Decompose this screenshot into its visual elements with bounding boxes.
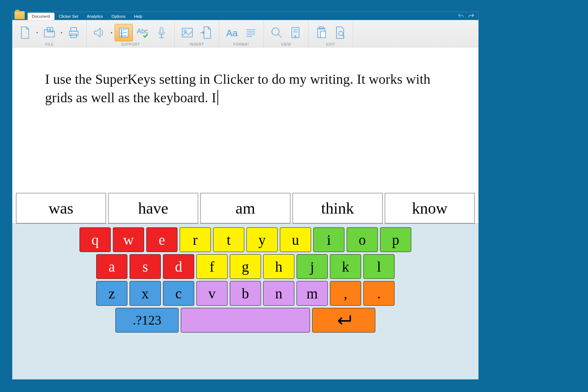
key-q[interactable]: q xyxy=(79,227,111,252)
text-cursor xyxy=(217,90,218,105)
svg-point-22 xyxy=(272,28,279,35)
svg-point-16 xyxy=(184,30,186,32)
ribbon-group-label: EDIT xyxy=(326,42,335,46)
superkeys-button[interactable]: 123 xyxy=(115,24,133,41)
ribbon: ▾ ▾ FILE ▾ 123 Abc xyxy=(12,20,478,48)
key-j[interactable]: j xyxy=(297,254,328,279)
find-button[interactable] xyxy=(331,24,349,41)
document-text: I use the SuperKeys setting in Clicker t… xyxy=(45,70,446,107)
key-a[interactable]: a xyxy=(96,254,127,279)
ribbon-group-support: ▾ 123 Abc SUPPORT xyxy=(87,20,175,47)
key-f[interactable]: f xyxy=(196,254,228,279)
keyboard-row-3: zxcvbnm,. xyxy=(12,281,478,306)
prediction-word[interactable]: have xyxy=(108,193,198,223)
speak-dropdown[interactable]: ▾ xyxy=(109,31,114,34)
key-y[interactable]: y xyxy=(246,227,278,252)
ribbon-group-file: ▾ ▾ FILE xyxy=(12,20,87,47)
key-e[interactable]: e xyxy=(146,227,177,252)
prediction-word[interactable]: was xyxy=(16,193,106,223)
spellcheck-button[interactable]: Abc xyxy=(134,24,152,41)
key-p[interactable]: p xyxy=(380,227,411,252)
svg-rect-27 xyxy=(320,31,326,38)
symbols-key[interactable]: .?123 xyxy=(115,308,179,333)
ribbon-group-label: FILE xyxy=(45,42,53,46)
tab-options[interactable]: Options xyxy=(107,13,130,20)
svg-rect-12 xyxy=(160,28,163,33)
key-l[interactable]: l xyxy=(363,254,395,279)
onscreen-keyboard: qwertyuiop asdfghjkl zxcvbnm,. .?123 xyxy=(12,223,478,379)
redo-button[interactable] xyxy=(467,13,475,21)
paragraph-button[interactable] xyxy=(242,24,260,41)
zoom-button[interactable] xyxy=(268,24,286,41)
ribbon-group-insert: INSERT xyxy=(175,20,219,47)
space-key[interactable] xyxy=(181,308,310,333)
tab-document[interactable]: Document xyxy=(28,13,54,20)
tab-clicker-set[interactable]: Clicker Set xyxy=(54,13,82,20)
keyboard-row-1: qwertyuiop xyxy=(12,227,478,252)
print-button[interactable] xyxy=(65,24,83,41)
undo-button[interactable] xyxy=(457,13,465,21)
key-x[interactable]: x xyxy=(130,281,161,306)
enter-key[interactable] xyxy=(312,308,375,333)
key-.[interactable]: . xyxy=(363,281,395,306)
key-w[interactable]: w xyxy=(113,227,144,252)
key-c[interactable]: c xyxy=(163,281,194,306)
prediction-word[interactable]: know xyxy=(385,193,475,223)
key-z[interactable]: z xyxy=(96,281,127,306)
key-s[interactable]: s xyxy=(130,254,161,279)
tab-strip: Document Clicker Set Analytics Options H… xyxy=(28,12,147,20)
ribbon-group-edit: EDIT xyxy=(309,20,353,47)
svg-text:1: 1 xyxy=(121,29,122,32)
keyboard-row-4: .?123 xyxy=(12,308,478,333)
svg-line-23 xyxy=(278,34,282,38)
ribbon-group-label: VIEW xyxy=(281,42,291,46)
font-button[interactable]: Aa xyxy=(223,24,241,41)
titlebar: Document Clicker Set Analytics Options H… xyxy=(12,12,478,20)
history-buttons xyxy=(457,13,475,21)
insert-picture-button[interactable] xyxy=(178,24,196,41)
key-g[interactable]: g xyxy=(230,254,261,279)
svg-text:Aa: Aa xyxy=(226,28,238,38)
tab-analytics[interactable]: Analytics xyxy=(82,13,107,20)
voice-input-button[interactable] xyxy=(152,24,171,41)
key-r[interactable]: r xyxy=(180,227,211,252)
open-save-button[interactable] xyxy=(40,24,58,41)
ribbon-group-format: Aa FORMAT xyxy=(219,20,264,47)
layout-button[interactable] xyxy=(286,24,305,41)
key-h[interactable]: h xyxy=(263,254,294,279)
key-m[interactable]: m xyxy=(297,281,328,306)
paste-button[interactable] xyxy=(312,24,330,41)
ribbon-group-label: FORMAT xyxy=(233,42,249,46)
key-o[interactable]: o xyxy=(347,227,378,252)
new-document-button[interactable] xyxy=(16,24,34,41)
svg-text:3: 3 xyxy=(121,35,122,37)
svg-text:2: 2 xyxy=(121,32,122,34)
svg-rect-2 xyxy=(71,28,77,31)
ribbon-group-label: SUPPORT xyxy=(121,42,140,46)
tab-help[interactable]: Help xyxy=(130,13,147,20)
keyboard-row-2: asdfghjkl xyxy=(12,254,478,279)
prediction-word[interactable]: think xyxy=(293,193,383,223)
key-,[interactable]: , xyxy=(330,281,361,306)
prediction-word[interactable]: am xyxy=(200,193,290,223)
speak-button[interactable] xyxy=(90,24,109,41)
ribbon-group-view: VIEW xyxy=(264,20,309,47)
key-u[interactable]: u xyxy=(280,227,311,252)
insert-file-button[interactable] xyxy=(197,24,215,41)
new-document-dropdown[interactable]: ▾ xyxy=(35,31,40,34)
key-b[interactable]: b xyxy=(230,281,261,306)
prediction-row: was have am think know xyxy=(16,193,475,223)
svg-rect-26 xyxy=(319,27,323,29)
app-folder-icon[interactable] xyxy=(15,11,25,19)
key-d[interactable]: d xyxy=(163,254,194,279)
open-save-dropdown[interactable]: ▾ xyxy=(59,31,64,34)
key-k[interactable]: k xyxy=(330,254,361,279)
app-window: Document Clicker Set Analytics Options H… xyxy=(12,12,479,380)
document-area[interactable]: I use the SuperKeys setting in Clicker t… xyxy=(12,48,478,191)
svg-rect-3 xyxy=(71,34,77,38)
key-t[interactable]: t xyxy=(213,227,244,252)
ribbon-group-label: INSERT xyxy=(189,42,204,46)
key-v[interactable]: v xyxy=(196,281,228,306)
key-i[interactable]: i xyxy=(313,227,344,252)
key-n[interactable]: n xyxy=(263,281,294,306)
